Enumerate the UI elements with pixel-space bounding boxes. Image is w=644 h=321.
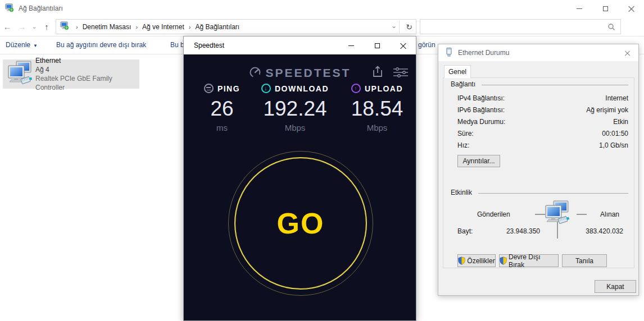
- row-value: Etkin: [613, 118, 628, 126]
- row-duration: Süre: 00:01:50: [443, 128, 634, 140]
- dropdown-caret-icon: ▼: [33, 43, 38, 48]
- breadcrumb-separator: ›: [72, 24, 81, 30]
- bytes-label: Bayt:: [457, 227, 473, 235]
- dialog-titlebar: Ethernet Durumu: [438, 44, 638, 61]
- row-label: Hız:: [457, 141, 469, 149]
- minimize-icon: [348, 45, 354, 46]
- kapat-button[interactable]: Kapat: [595, 280, 636, 293]
- dialog-close-button[interactable]: [616, 44, 638, 61]
- minimize-button[interactable]: [566, 0, 592, 17]
- bytes-separator: [557, 222, 558, 239]
- row-label: Medya Durumu:: [457, 118, 505, 126]
- breadcrumb-separator: ›: [132, 24, 141, 30]
- row-value: Ağ erişimi yok: [586, 106, 628, 114]
- row-value: Internet: [605, 94, 628, 102]
- search-icon: [607, 23, 615, 33]
- share-icon[interactable]: [372, 66, 383, 80]
- diagnose-button[interactable]: Tanıla: [562, 254, 607, 267]
- dialog-title: Ethernet Durumu: [458, 49, 509, 57]
- row-label: Süre:: [457, 130, 474, 137]
- download-label: DOWNLOAD: [275, 84, 329, 93]
- tab-genel[interactable]: Genel: [444, 65, 471, 78]
- kapat-label: Kapat: [606, 283, 624, 291]
- connection-adapter: Realtek PCIe GbE Family Controller: [35, 74, 139, 92]
- go-label: GO: [277, 207, 325, 240]
- maximize-button[interactable]: [592, 0, 618, 17]
- row-ipv4: IPv4 Bağlantısı: Internet: [443, 93, 634, 104]
- disable-button[interactable]: Devre Dışı Bırak: [499, 254, 559, 267]
- network-connections-icon: [5, 3, 14, 14]
- upload-label: UPLOAD: [365, 84, 403, 93]
- ethernet-status-dialog: Ethernet Durumu Genel Bağlantı IPv4 Bağl…: [438, 44, 639, 296]
- maximize-button[interactable]: [364, 36, 390, 54]
- edit-menu-button[interactable]: Düzenle▼: [6, 41, 38, 49]
- view-status-command[interactable]: görün: [418, 41, 436, 49]
- search-input[interactable]: [420, 20, 620, 34]
- row-value: 1,0 Gb/sn: [599, 141, 628, 149]
- speedtest-window: Speedtest SPEEDTEST: [183, 36, 416, 321]
- close-button[interactable]: [618, 0, 644, 17]
- bytes-row: Bayt: 23.948.350 383.420.032: [443, 225, 634, 239]
- breadcrumb-control-panel[interactable]: Denetim Masası: [81, 23, 133, 31]
- maximize-icon: [375, 43, 380, 48]
- speedtest-gauge-icon: [249, 66, 261, 80]
- address-dropdown-icon[interactable]: ⌄: [391, 22, 397, 30]
- go-button[interactable]: GO: [234, 157, 367, 290]
- activity-group-heading: Etkinlik: [451, 189, 472, 196]
- upload-label-row: ↑ UPLOAD: [342, 84, 412, 93]
- up-button[interactable]: ↑: [39, 22, 54, 31]
- maximize-icon: [603, 6, 608, 11]
- connection-name: Ethernet: [35, 56, 139, 65]
- connection-group-heading: Bağlantı: [451, 80, 475, 88]
- connection-rows: IPv4 Bağlantısı: Internet IPv6 Bağlantıs…: [443, 93, 634, 152]
- close-icon: [400, 43, 406, 49]
- row-label: IPv4 Bağlantısı:: [457, 94, 505, 102]
- search-box: [420, 19, 621, 34]
- disable-device-command[interactable]: Bu ağ aygıtını devre dışı bırak: [56, 41, 146, 49]
- ping-unit: ms: [186, 123, 258, 132]
- dialog-tab-panel: Bağlantı IPv4 Bağlantısı: Internet IPv6 …: [443, 77, 634, 268]
- close-icon: [624, 50, 629, 55]
- forward-button[interactable]: →: [15, 22, 29, 31]
- ping-icon: [204, 84, 214, 93]
- ethernet-item-text: Ethernet Ağ 4 Realtek PCIe GbE Family Co…: [35, 56, 139, 92]
- download-unit: Mbps: [249, 123, 341, 132]
- upload-metric: ↑ UPLOAD 18.54 Mbps: [342, 84, 412, 132]
- sent-label: Gönderilen: [477, 210, 510, 218]
- close-button[interactable]: [390, 36, 416, 54]
- close-icon: [628, 6, 634, 12]
- address-toolbar: ← → ⌄ ↑ › Denetim Masası › Ağ ve Interne…: [0, 17, 644, 36]
- details-button[interactable]: Ayrıntılar...: [457, 155, 500, 167]
- go-button-outer-ring: GO: [228, 151, 373, 296]
- minimize-button[interactable]: [338, 36, 364, 54]
- address-location-icon: [60, 21, 69, 32]
- settings-sliders-icon[interactable]: [393, 67, 408, 79]
- ethernet-adapter-icon: [7, 61, 33, 88]
- back-button[interactable]: ←: [0, 22, 15, 31]
- ethernet-connection-item[interactable]: Ethernet Ağ 4 Realtek PCIe GbE Family Co…: [3, 59, 139, 89]
- refresh-button[interactable]: ↻: [406, 22, 412, 31]
- breadcrumb-network-connections[interactable]: Ağ Bağlantıları: [194, 23, 241, 31]
- ping-label-row: PING: [186, 84, 258, 93]
- row-speed: Hız: 1,0 Gb/sn: [443, 140, 634, 152]
- row-label: IPv6 Bağlantısı:: [457, 106, 505, 114]
- connection-group-line: [482, 85, 628, 85]
- address-bar[interactable]: › Denetim Masası › Ağ ve Internet › Ağ B…: [56, 19, 416, 34]
- upload-value: 18.54: [342, 98, 412, 119]
- activity-group-line: [478, 193, 628, 194]
- bytes-sent-value: 23.948.350: [506, 227, 540, 235]
- speedtest-titlebar: Speedtest: [184, 36, 416, 54]
- download-metric: ↓ DOWNLOAD 192.24 Mbps: [249, 84, 341, 132]
- disable-label: Devre Dışı Bırak: [509, 253, 558, 269]
- uac-shield-icon: [458, 256, 465, 265]
- breadcrumb-network-internet[interactable]: Ağ ve Internet: [141, 23, 185, 31]
- ping-metric: PING 26 ms: [186, 84, 258, 132]
- bytes-received-value: 383.420.032: [586, 227, 623, 235]
- ping-value: 26: [186, 98, 258, 119]
- download-label-row: ↓ DOWNLOAD: [249, 84, 341, 93]
- ping-label: PING: [217, 84, 240, 93]
- upload-icon: ↑: [351, 84, 361, 93]
- recent-locations-button[interactable]: ⌄: [29, 23, 39, 30]
- properties-button[interactable]: Özellikler: [457, 254, 496, 267]
- speedtest-brand: SPEEDTEST: [266, 66, 351, 80]
